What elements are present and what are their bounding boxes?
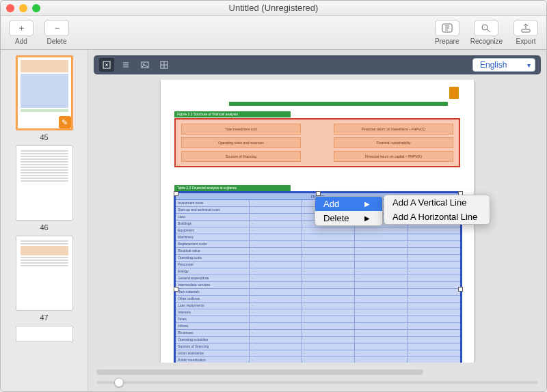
export-button[interactable]: Export (513, 20, 538, 45)
view-lines-button[interactable] (118, 58, 133, 72)
close-icon[interactable] (6, 4, 14, 12)
delete-label: Delete (47, 38, 67, 45)
selection-handle[interactable] (174, 191, 178, 196)
recognize-label: Recognize (470, 38, 503, 45)
prepare-icon (435, 20, 459, 36)
table-row[interactable]: Intermediate services···· (176, 282, 460, 289)
thumbnail-page-number: 47 (40, 313, 48, 322)
view-mode-bar: English (94, 55, 541, 74)
table-title: Table 2.3 Financial analysis at a glance (174, 185, 291, 191)
table-row[interactable]: Revenues···· (176, 330, 460, 337)
table-row[interactable]: Machinery···· (176, 234, 460, 241)
minimize-icon[interactable] (19, 4, 27, 12)
page-canvas[interactable]: Figure 2.2 Structure of financial analys… (94, 80, 541, 363)
table-row[interactable]: Interests···· (176, 309, 460, 316)
table-row[interactable]: Personnel···· (176, 262, 460, 268)
context-menu[interactable]: Add▶Delete▶ (315, 196, 383, 226)
table-row[interactable]: Replacement costs···· (176, 241, 460, 248)
ctx-item-add[interactable]: Add▶ (315, 197, 382, 211)
table-row[interactable]: Inflows···· (176, 323, 460, 330)
thumbnail-page-next[interactable] (16, 326, 73, 342)
thumbnail-page-47[interactable] (16, 236, 73, 311)
thumbnail-sidebar[interactable]: ✎454647 (1, 50, 88, 392)
main-toolbar: ＋ Add － Delete Prepare Recognize Export (1, 16, 546, 50)
selection-handle[interactable] (316, 191, 321, 196)
zoom-icon[interactable] (32, 4, 40, 12)
table-row[interactable]: Energy···· (176, 268, 460, 275)
page-corner-marker (449, 87, 459, 99)
table-row[interactable]: Taxes···· (176, 316, 460, 323)
table-row[interactable]: Sources of financing···· (176, 344, 460, 350)
table-row[interactable]: Operating costs···· (176, 255, 460, 262)
prepare-button[interactable]: Prepare (435, 20, 459, 45)
prepare-label: Prepare (435, 38, 459, 45)
thumbnail-page-number: 45 (40, 133, 48, 141)
add-label: Add (15, 38, 27, 45)
context-submenu[interactable]: Add A Vertical LineAdd A Horizontal Line (384, 195, 490, 225)
edit-pencil-icon: ✎ (59, 116, 71, 128)
add-button[interactable]: ＋ Add (9, 20, 34, 45)
plus-icon: ＋ (9, 20, 34, 36)
header-text-region[interactable] (229, 102, 448, 106)
svg-rect-2 (522, 29, 530, 32)
table-row[interactable]: Raw materials···· (176, 289, 460, 296)
thumbnail-page-number: 46 (40, 223, 48, 232)
selection-handle[interactable] (174, 287, 178, 292)
language-dropdown[interactable]: English (472, 58, 535, 72)
view-grid-button[interactable] (157, 58, 172, 72)
thumbnail-page-46[interactable] (16, 145, 73, 221)
language-selected: English (480, 60, 507, 70)
traffic-lights (6, 4, 40, 12)
table-row[interactable]: Equipment···· (176, 227, 460, 234)
view-bbox-button[interactable] (99, 58, 114, 72)
zoom-slider[interactable] (96, 376, 538, 389)
svg-point-1 (482, 25, 488, 30)
window-titlebar: Untitled (Unregistered) (1, 1, 546, 16)
figure-title: Figure 2.2 Structure of financial analys… (174, 111, 291, 117)
table-row[interactable]: Union assistance···· (176, 350, 460, 357)
figure-region[interactable]: Total investment cost›Financial return o… (174, 118, 460, 167)
export-label: Export (516, 38, 536, 45)
table-row[interactable]: Loan repayments···· (176, 303, 460, 309)
table-row[interactable]: Operating subsidies···· (176, 337, 460, 344)
table-row[interactable]: Public contribution···· (176, 357, 460, 363)
ctx-subitem[interactable]: Add A Vertical Line (384, 195, 490, 210)
window-title: Untitled (Unregistered) (1, 3, 546, 13)
recognize-button[interactable]: Recognize (470, 20, 503, 45)
selection-handle[interactable] (458, 287, 463, 292)
recognize-icon (474, 20, 498, 36)
ctx-subitem[interactable]: Add A Horizontal Line (384, 210, 490, 224)
horizontal-scrollbar[interactable] (96, 368, 538, 376)
delete-button[interactable]: － Delete (44, 20, 69, 45)
table-row[interactable]: General expenditure···· (176, 275, 460, 282)
table-row[interactable]: Other outflows···· (176, 296, 460, 303)
table-row[interactable]: Residual value···· (176, 248, 460, 255)
export-icon (513, 20, 538, 36)
thumbnail-page-45[interactable]: ✎ (16, 55, 73, 130)
minus-icon: － (44, 20, 69, 36)
ctx-item-delete[interactable]: Delete▶ (315, 211, 382, 225)
view-image-button[interactable] (137, 58, 152, 72)
zoom-knob[interactable] (114, 378, 124, 387)
